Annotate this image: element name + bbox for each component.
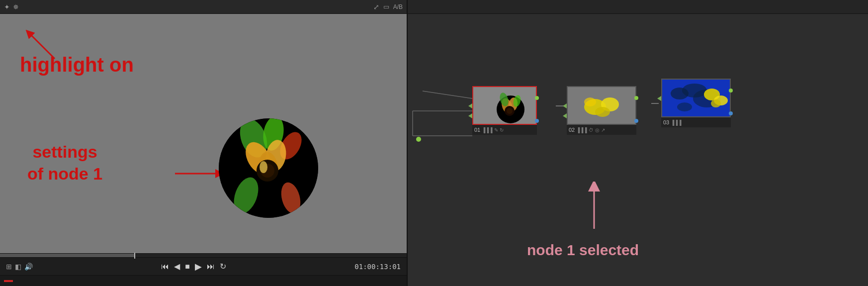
timecode-display: 01:00:13:01 bbox=[354, 263, 401, 271]
svg-point-39 bbox=[677, 102, 692, 111]
expand-icon[interactable]: ⤢ bbox=[373, 3, 379, 11]
stack-icon[interactable]: ◧ bbox=[15, 263, 21, 271]
svg-point-42 bbox=[711, 99, 721, 107]
timeline-progress bbox=[0, 254, 134, 257]
node-selected-annotation: node 1 selected bbox=[527, 242, 639, 259]
node-1-output-green bbox=[535, 96, 539, 100]
node-1-stats-icon: ▐▐▐ bbox=[482, 127, 492, 133]
settings-text: settings of node 1 bbox=[27, 141, 102, 185]
node-2[interactable]: 02 ▐▐▐ ⏱ ◎ ↗ bbox=[567, 86, 636, 135]
node-1-thumbnail[interactable] bbox=[472, 86, 537, 125]
viewer-canvas: highlight on settings of node 1 bbox=[0, 14, 407, 253]
timeline-handle[interactable] bbox=[134, 253, 135, 259]
node-2-label-bar: 02 ▐▐▐ ⏱ ◎ ↗ bbox=[567, 125, 636, 135]
node-1-label: 01 bbox=[474, 127, 480, 133]
layers-icon[interactable]: ⊞ bbox=[6, 263, 12, 271]
arrow-right-icon bbox=[174, 165, 224, 183]
node-panel-toolbar bbox=[408, 0, 868, 14]
timeline-bar[interactable] bbox=[0, 253, 407, 257]
svg-point-15 bbox=[260, 161, 267, 173]
node-selected-arrow-icon bbox=[582, 182, 607, 231]
skip-forward-button[interactable]: ⏭ bbox=[207, 262, 215, 271]
node-3-output-blue bbox=[729, 111, 733, 115]
node-3[interactable]: 03 ▐▐▐ bbox=[661, 79, 731, 127]
skip-back-button[interactable]: ⏮ bbox=[161, 262, 169, 271]
node-panel: 01 ▐▐▐ ✎ ↻ bbox=[408, 0, 868, 286]
viewer-toolbar: ✦ ✵ ⤢ ▭ A/B bbox=[0, 0, 407, 14]
node-2-arrow-icon: ↗ bbox=[601, 127, 605, 133]
node-2-output-green bbox=[634, 96, 638, 100]
node-2-thumbnail[interactable] bbox=[567, 86, 636, 125]
flower-display bbox=[219, 118, 318, 218]
svg-point-34 bbox=[584, 97, 596, 106]
svg-point-27 bbox=[507, 108, 513, 114]
node-2-view-icon: ◎ bbox=[595, 127, 600, 133]
node-3-output-green bbox=[729, 89, 733, 93]
node-2-output-blue bbox=[634, 119, 638, 123]
status-indicator bbox=[4, 280, 13, 282]
volume-icon[interactable]: 🔊 bbox=[24, 263, 33, 271]
node-2-clock-icon: ⏱ bbox=[589, 127, 594, 133]
node-1-output-blue bbox=[535, 119, 539, 123]
node-3-input-tri bbox=[657, 96, 661, 101]
sparkle-icon[interactable]: ✦ bbox=[4, 3, 10, 11]
wand-icon[interactable]: ✵ bbox=[13, 3, 19, 11]
node-1-input-tri bbox=[468, 103, 472, 108]
status-strip bbox=[0, 275, 407, 286]
node-3-stats-icon: ▐▐▐ bbox=[671, 120, 681, 125]
step-back-button[interactable]: ◀ bbox=[174, 262, 180, 271]
highlight-on-text: highlight on bbox=[20, 54, 134, 76]
viewer-panel: ✦ ✵ ⤢ ▭ A/B highlight on bbox=[0, 0, 408, 286]
node-2-input-tri bbox=[563, 103, 567, 108]
playback-controls: ⏮ ◀ ■ ▶ ⏭ ↻ bbox=[33, 261, 354, 272]
node-1-edit-icon: ✎ bbox=[494, 127, 498, 133]
ab-label[interactable]: A/B bbox=[393, 3, 403, 10]
node-1-input-tri2 bbox=[468, 113, 472, 118]
play-button[interactable]: ▶ bbox=[195, 261, 202, 272]
green-side-dot bbox=[416, 137, 421, 142]
node-3-label-bar: 03 ▐▐▐ bbox=[661, 117, 731, 127]
node-2-stats-icon: ▐▐▐ bbox=[576, 127, 587, 133]
stop-button[interactable]: ■ bbox=[185, 262, 190, 271]
svg-point-33 bbox=[595, 107, 610, 117]
node-3-label: 03 bbox=[663, 119, 669, 125]
node-2-label: 02 bbox=[569, 127, 575, 133]
loop-button[interactable]: ↻ bbox=[220, 262, 226, 271]
monitor-icon[interactable]: ▭ bbox=[383, 3, 389, 10]
node-3-thumbnail[interactable] bbox=[661, 79, 731, 117]
node-1[interactable]: 01 ▐▐▐ ✎ ↻ bbox=[472, 86, 537, 135]
svg-line-21 bbox=[423, 91, 472, 98]
node-1-refresh-icon: ↻ bbox=[500, 127, 504, 133]
node-1-label-bar: 01 ▐▐▐ ✎ ↻ bbox=[472, 125, 537, 135]
playback-bar: ⊞ ◧ 🔊 ⏮ ◀ ■ ▶ ⏭ ↻ 01:00:13:01 bbox=[0, 257, 407, 275]
node-graph-area: 01 ▐▐▐ ✎ ↻ bbox=[408, 14, 868, 286]
node-2-input-tri2 bbox=[563, 113, 567, 118]
